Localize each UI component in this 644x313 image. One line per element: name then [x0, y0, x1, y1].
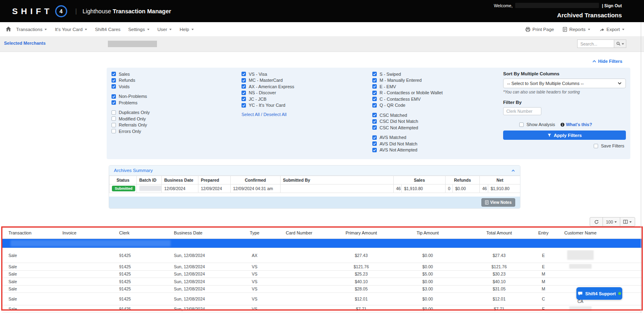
column-header-invoice[interactable]: Invoice	[56, 230, 115, 235]
column-header-business-date[interactable]: Business Date	[162, 176, 198, 184]
column-header-net[interactable]: Net	[480, 176, 520, 184]
column-header-status[interactable]: Status	[109, 176, 137, 184]
apply-filters-label: Apply Filters	[554, 133, 582, 138]
table-row[interactable]: Sale91425Sun, 12/08/2024VS$28.05$3.00$31…	[2, 286, 642, 293]
whats-this-link[interactable]: What's this?	[560, 122, 592, 127]
column-header-business-date[interactable]: Business Date	[169, 230, 231, 235]
filter-option-csc-did-not-match[interactable]: CSC Did Not Match	[372, 118, 443, 125]
filter-option-label: YC - It's Your Card	[249, 103, 285, 108]
tip-amount-cell: $0.00	[392, 279, 463, 284]
refresh-button[interactable]	[590, 217, 603, 226]
table-row[interactable]: Sale91425Sun, 12/08/2024VS$25.23$5.00$30…	[2, 271, 642, 278]
nav-item-it-s-your-card[interactable]: It's Your Card	[55, 27, 87, 32]
sign-out-link[interactable]: | Sign Out	[602, 3, 622, 8]
filter-by-label: Filter By	[503, 100, 626, 105]
column-header-clerk[interactable]: Clerk	[115, 230, 169, 235]
sort-select[interactable]: -- Select to Sort By Multiple Columns --	[503, 79, 626, 88]
filter-option-problems[interactable]: Problems	[111, 99, 150, 106]
column-header-primary-amount[interactable]: Primary Amount	[330, 230, 392, 235]
filter-option-yc-it-s-your-card[interactable]: YC - It's Your Card	[242, 102, 294, 109]
save-filters-row: Save Filters	[503, 143, 626, 148]
columns-button[interactable]	[620, 217, 635, 226]
column-header-total-amount[interactable]: Total Amount	[463, 230, 535, 235]
show-analysis-checkbox[interactable]	[519, 122, 524, 127]
apply-filters-button[interactable]: Apply Filters	[503, 131, 626, 140]
filter-option-csc-matched[interactable]: CSC Matched	[372, 112, 443, 118]
column-header-type[interactable]: Type	[231, 230, 278, 235]
filter-option-m-manually-entered[interactable]: M - Manually Entered	[372, 77, 443, 84]
filter-option-duplicates-only[interactable]: Duplicates Only	[111, 110, 150, 116]
search-input[interactable]	[577, 39, 614, 48]
table-row-selected[interactable]	[2, 239, 642, 248]
column-header-transaction[interactable]: Transaction	[2, 230, 56, 235]
home-icon[interactable]	[6, 26, 11, 32]
search-button[interactable]	[614, 39, 626, 48]
table-row[interactable]: Sale91425Sun, 12/08/2024VS$121.76$0.00$1…	[2, 263, 642, 271]
export-button[interactable]: Export	[599, 27, 625, 32]
column-header-refunds[interactable]: Refunds	[446, 176, 480, 184]
filter-option-vs-visa[interactable]: VS - Visa	[242, 71, 294, 77]
filter-option-csc-not-attempted[interactable]: CSC Not Attempted	[372, 124, 443, 131]
column-header-prepared[interactable]: Prepared	[198, 176, 231, 184]
filter-option-ns-discover[interactable]: NS - Discover	[242, 90, 294, 96]
clerk-number-input[interactable]	[503, 107, 541, 115]
support-chat-button[interactable]: Shift4 Support	[576, 287, 622, 300]
hide-filters-link[interactable]: Hide Filters	[592, 59, 622, 64]
filter-option-ax-american-express[interactable]: AX - American Express	[242, 83, 294, 90]
scrollbar[interactable]	[641, 22, 641, 313]
filter-option-avs-did-not-match[interactable]: AVS Did Not Match	[372, 141, 443, 147]
filter-option-s-swiped[interactable]: S - Swiped	[372, 71, 443, 77]
transaction-cell: Sale	[2, 296, 56, 301]
filter-option-refunds[interactable]: Refunds	[111, 77, 150, 84]
archives-summary-header[interactable]: Archives Summary	[109, 166, 520, 176]
filter-option-referrals-only[interactable]: Referrals Only	[111, 122, 150, 129]
column-header-sales[interactable]: Sales	[394, 176, 446, 184]
column-header-customer-name[interactable]: Customer Name	[551, 230, 642, 235]
collapse-icon[interactable]	[511, 169, 515, 172]
entry-cell: E	[535, 264, 551, 269]
filter-option-non-problems[interactable]: Non-Problems	[111, 93, 150, 100]
filter-option-avs-matched[interactable]: AVS Matched	[372, 135, 443, 141]
nav-item-help[interactable]: Help	[180, 27, 194, 32]
business-date-cell: Sun, 12/08/2024	[169, 296, 231, 301]
nav-item-transactions[interactable]: Transactions	[16, 27, 47, 32]
nav-item-shift4-cares[interactable]: Shift4 Cares	[95, 27, 120, 32]
filter-option-e-emv[interactable]: E - EMV	[372, 83, 443, 90]
archives-row[interactable]: Submitted 12/08/2024 12/09/2024 12/09/20…	[109, 184, 520, 193]
selected-merchants-link[interactable]: Selected Merchants	[4, 41, 45, 46]
caret-down-icon	[622, 28, 625, 31]
nav-item-user[interactable]: User	[157, 27, 172, 32]
filter-option-errors-only[interactable]: Errors Only	[111, 128, 150, 135]
filter-option-c-contactless-emv[interactable]: C - Contactless EMV	[372, 96, 443, 102]
table-row[interactable]: Sale91425Sun, 12/08/2024VS$7.71$0.00$7.7…	[2, 305, 642, 313]
column-header-entry[interactable]: Entry	[535, 230, 551, 235]
filter-option-r-contactless-or-mobile-wallet[interactable]: R - Contactless or Mobile Wallet	[372, 90, 443, 96]
column-header-submitted-by[interactable]: Submitted By	[281, 176, 394, 184]
nav-item-settings[interactable]: Settings	[128, 27, 150, 32]
column-header-tip-amount[interactable]: Tip Amount	[392, 230, 463, 235]
select-all-link[interactable]: Select All	[242, 112, 260, 117]
caret-down-icon	[191, 28, 194, 31]
view-notes-button[interactable]: View Notes	[481, 198, 515, 207]
table-row[interactable]: Sale91425Sun, 12/08/2024VS$12.01$0.00$12…	[2, 293, 642, 305]
filter-option-mc-mastercard[interactable]: MC - MasterCard	[242, 77, 294, 84]
deselect-all-link[interactable]: Deselect All	[263, 112, 286, 117]
filter-option-label: VS - Visa	[249, 72, 267, 77]
column-header-confirmed[interactable]: Confirmed	[231, 176, 281, 184]
filter-option-avs-not-attempted[interactable]: AVS Not Attempted	[372, 147, 443, 153]
table-row[interactable]: Sale91425Sun, 12/08/2024VS$40.10$0.00$40…	[2, 278, 642, 286]
filter-option-sales[interactable]: Sales	[111, 71, 150, 77]
column-header-card-number[interactable]: Card Number	[278, 230, 330, 235]
shift4-logo[interactable]: SHIFT 4 | Lighthouse Transaction Manager	[12, 5, 171, 17]
table-row[interactable]: Sale91425Sun, 12/08/2024AX$27.43$0.00$27…	[2, 248, 642, 263]
page-size-button[interactable]: 100	[603, 217, 620, 226]
filter-option-voids[interactable]: Voids	[111, 83, 150, 90]
save-filters-checkbox[interactable]	[594, 144, 598, 148]
filter-option-jc-jcb[interactable]: JC - JCB	[242, 96, 294, 102]
filter-option-modified-only[interactable]: Modified Only	[111, 116, 150, 122]
archives-summary-title: Archives Summary	[114, 168, 153, 173]
column-header-batch-id[interactable]: Batch ID	[137, 176, 162, 184]
reports-button[interactable]: Reports	[563, 27, 590, 32]
filter-option-q-qr-code[interactable]: Q - QR Code	[372, 102, 443, 109]
print-page-button[interactable]: Print Page	[525, 27, 554, 32]
